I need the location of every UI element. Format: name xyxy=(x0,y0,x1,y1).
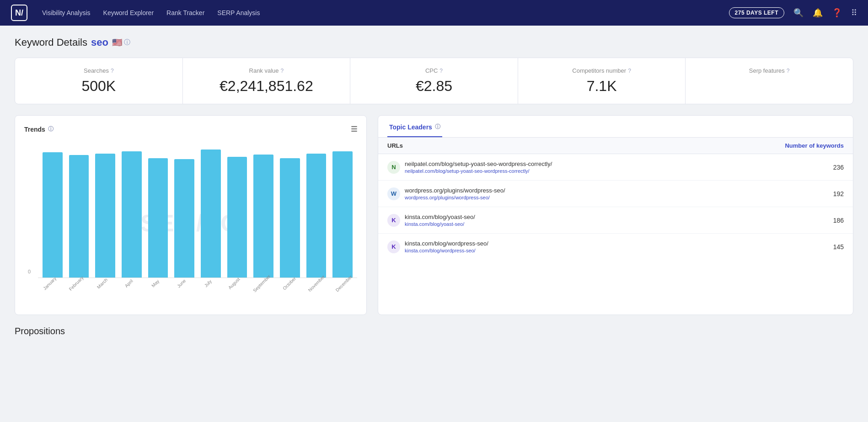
table-row: K kinsta.com/blog/yoast-seo/ kinsta.com/… xyxy=(378,207,853,234)
propositions-title: Propositions xyxy=(15,326,853,337)
url-sub[interactable]: neilpatel.com/blog/setup-yoast-seo-wordp… xyxy=(405,168,552,174)
bar xyxy=(332,151,353,278)
bell-icon[interactable]: 🔔 xyxy=(813,8,823,18)
bar xyxy=(306,154,327,278)
metric-searches-label: Searches ? xyxy=(26,67,171,74)
topic-leaders-card: Topic Leaders ⓘ URLs Number of keywords … xyxy=(378,115,853,315)
metric-competitors-label: Competitors number ? xyxy=(529,67,675,74)
metric-searches-value: 500K xyxy=(26,78,171,95)
bar xyxy=(253,155,273,278)
bar-col xyxy=(280,158,300,278)
help-icon[interactable]: ❓ xyxy=(832,8,842,18)
flag-icon: 🇺🇸 xyxy=(112,37,122,48)
bar-col xyxy=(148,158,168,278)
metric-rank-value: Rank value ? €2,241,851.62 xyxy=(183,58,351,104)
trends-info-icon[interactable]: ⓘ xyxy=(48,125,54,133)
tab-header: Topic Leaders ⓘ xyxy=(378,116,853,138)
searches-info-icon[interactable]: ? xyxy=(111,68,114,74)
metric-searches: Searches ? 500K xyxy=(15,58,183,104)
nav-rank-tracker[interactable]: Rank Tracker xyxy=(166,9,204,16)
url-block: W wordpress.org/plugins/wordpress-seo/ w… xyxy=(387,187,780,200)
serp-info-icon[interactable]: ? xyxy=(787,68,790,74)
url-main[interactable]: neilpatel.com/blog/setup-yoast-seo-wordp… xyxy=(405,160,552,167)
nav-visibility[interactable]: Visibility Analysis xyxy=(42,9,91,16)
topic-leaders-tab[interactable]: Topic Leaders ⓘ xyxy=(387,116,442,137)
rank-info-icon[interactable]: ? xyxy=(281,68,284,74)
table-row: K kinsta.com/blog/wordpress-seo/ kinsta.… xyxy=(378,234,853,260)
site-icon: W xyxy=(387,187,400,200)
navbar: N/ Visibility Analysis Keyword Explorer … xyxy=(0,0,868,26)
page-info-icon[interactable]: ⓘ xyxy=(124,38,130,47)
url-text-block: kinsta.com/blog/wordpress-seo/ kinsta.co… xyxy=(405,240,488,253)
url-block: K kinsta.com/blog/wordpress-seo/ kinsta.… xyxy=(387,240,780,253)
bar xyxy=(227,157,247,278)
trends-title: Trends ⓘ ☰ xyxy=(24,125,357,134)
bottom-row: Trends ⓘ ☰ SEO/TO 0 JanuaryFebruaryMarch… xyxy=(15,115,853,315)
bar xyxy=(201,150,221,278)
keyword-count: 186 xyxy=(780,217,844,224)
competitors-info-icon[interactable]: ? xyxy=(628,68,631,74)
bar xyxy=(148,158,168,278)
keyword-count: 145 xyxy=(780,243,844,251)
cpc-info-icon[interactable]: ? xyxy=(439,68,443,74)
bar-col xyxy=(174,159,194,278)
bar-col xyxy=(201,150,221,278)
metric-competitors-value: 7.1K xyxy=(529,78,675,95)
chart-menu-icon[interactable]: ☰ xyxy=(351,125,357,134)
bar-col xyxy=(306,154,327,278)
url-main[interactable]: wordpress.org/plugins/wordpress-seo/ xyxy=(405,187,505,194)
bar xyxy=(43,152,63,278)
bar-col xyxy=(43,152,63,278)
bar xyxy=(280,158,300,278)
nav-links: Visibility Analysis Keyword Explorer Ran… xyxy=(42,9,714,16)
grid-icon[interactable]: ⠿ xyxy=(851,8,857,18)
metric-cpc-value: €2.85 xyxy=(361,78,507,95)
metric-rank-label: Rank value ? xyxy=(194,67,339,74)
nav-serp-analysis[interactable]: SERP Analysis xyxy=(217,9,260,16)
url-text-block: kinsta.com/blog/yoast-seo/ kinsta.com/bl… xyxy=(405,214,475,227)
trends-card: Trends ⓘ ☰ SEO/TO 0 JanuaryFebruaryMarch… xyxy=(15,115,367,315)
col-urls-header: URLs xyxy=(387,142,780,149)
bar xyxy=(122,151,142,278)
site-icon: K xyxy=(387,214,400,227)
nav-right: 275 DAYS LEFT 🔍 🔔 ❓ ⠿ xyxy=(729,7,857,18)
url-main[interactable]: kinsta.com/blog/yoast-seo/ xyxy=(405,214,475,220)
bar-col xyxy=(227,157,247,278)
keyword-count: 192 xyxy=(780,190,844,198)
url-sub[interactable]: kinsta.com/blog/wordpress-seo/ xyxy=(405,248,488,253)
url-sub[interactable]: wordpress.org/plugins/wordpress-seo/ xyxy=(405,195,505,200)
keyword-count: 236 xyxy=(780,164,844,171)
logo-text: N/ xyxy=(15,8,23,18)
url-block: N neilpatel.com/blog/setup-yoast-seo-wor… xyxy=(387,160,780,174)
days-badge[interactable]: 275 DAYS LEFT xyxy=(729,7,784,18)
metric-cpc: CPC ? €2.85 xyxy=(350,58,518,104)
bar-col xyxy=(253,155,273,278)
bar-col xyxy=(122,151,142,278)
nav-keyword-explorer[interactable]: Keyword Explorer xyxy=(103,9,154,16)
bar xyxy=(174,159,194,278)
search-icon[interactable]: 🔍 xyxy=(793,8,804,18)
metric-rank-value-val: €2,241,851.62 xyxy=(194,78,339,95)
site-icon: N xyxy=(387,161,400,174)
topic-leaders-info-icon[interactable]: ⓘ xyxy=(435,123,440,131)
bar-col xyxy=(95,154,115,278)
metric-cpc-label: CPC ? xyxy=(361,67,507,74)
page-title: Keyword Details xyxy=(15,37,87,48)
zero-label: 0 xyxy=(28,269,31,274)
url-sub[interactable]: kinsta.com/blog/yoast-seo/ xyxy=(405,221,475,227)
chart-bars xyxy=(38,141,357,278)
url-text-block: neilpatel.com/blog/setup-yoast-seo-wordp… xyxy=(405,160,552,174)
url-text-block: wordpress.org/plugins/wordpress-seo/ wor… xyxy=(405,187,505,200)
bar-col xyxy=(332,151,353,278)
bar xyxy=(95,154,115,278)
metric-competitors: Competitors number ? 7.1K xyxy=(518,58,686,104)
table-row: N neilpatel.com/blog/setup-yoast-seo-wor… xyxy=(378,154,853,181)
metric-serp-label: Serp features ? xyxy=(697,67,842,74)
logo[interactable]: N/ xyxy=(11,5,27,21)
page-title-row: Keyword Details seo 🇺🇸 ⓘ xyxy=(15,37,853,48)
trends-chart: SEO/TO 0 JanuaryFebruaryMarchAprilMayJun… xyxy=(24,141,357,305)
url-main[interactable]: kinsta.com/blog/wordpress-seo/ xyxy=(405,240,488,247)
topic-leaders-rows: N neilpatel.com/blog/setup-yoast-seo-wor… xyxy=(378,154,853,260)
metrics-row: Searches ? 500K Rank value ? €2,241,851.… xyxy=(15,58,853,104)
bar xyxy=(69,155,89,278)
